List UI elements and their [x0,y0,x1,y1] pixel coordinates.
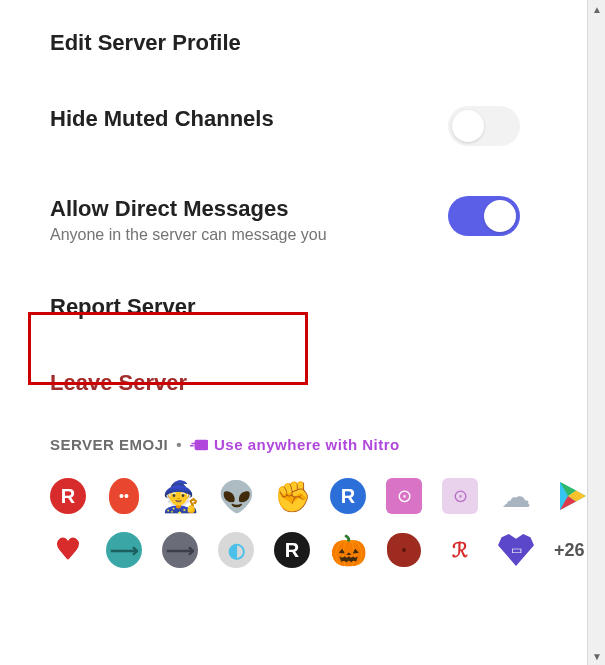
emoji-raised-fist[interactable]: ✊ [274,478,310,514]
nitro-icon [190,438,208,452]
hide-muted-toggle[interactable] [448,106,520,146]
emoji-pixel-heart[interactable]: ♥ [50,532,86,568]
emoji-r-cursive-red[interactable]: ℛ [442,532,478,568]
emoji-nitro-pink-square[interactable]: ⊙ [386,478,422,514]
pumpkin-icon: 🎃 [330,533,367,568]
leave-server-label: Leave Server [50,370,187,396]
separator-dot: • [176,436,182,453]
report-server-label: Report Server [50,294,196,320]
allow-dm-toggle[interactable] [448,196,520,236]
r-blue-circle-icon: R [330,478,366,514]
emoji-nitro-gray-circle[interactable]: ⟶ [162,532,198,568]
emoji-r-black-circle[interactable]: R [274,532,310,568]
scrollbar-track[interactable] [591,18,602,647]
hide-muted-channels-label: Hide Muted Channels [50,106,274,132]
edit-server-profile-label: Edit Server Profile [50,30,241,56]
q-halo-gray-icon: ◐ [218,532,254,568]
emoji-r-blue-circle[interactable]: R [330,478,366,514]
play-triangle-icon [554,478,590,514]
red-blob-dark-icon: • [387,533,421,567]
emoji-nitro-light-square[interactable]: ⊙ [442,478,478,514]
nitro-light-square-icon: ⊙ [442,478,478,514]
emoji-q-halo-gray[interactable]: ◐ [218,532,254,568]
edit-server-profile-item[interactable]: Edit Server Profile [50,30,560,56]
pixel-heart-icon: ♥ [50,534,86,566]
allow-dm-item[interactable]: Allow Direct Messages Anyone in the serv… [50,196,560,244]
nitro-gray-circle-icon: ⟶ [162,532,198,568]
emoji-purple-cassette[interactable]: ▭ [498,532,534,568]
emoji-red-blob-dark[interactable]: • [386,532,422,568]
report-server-item[interactable]: Report Server [50,294,560,320]
scroll-up-arrow-icon[interactable]: ▲ [588,0,605,18]
emoji-pumpkin[interactable]: 🎃 [330,532,366,568]
nitro-promo[interactable]: Use anywhere with Nitro [190,436,400,453]
svg-point-0 [199,442,204,447]
emoji-grid: R••🧙👽✊R⊙⊙☁ ♥⟶⟶◐R🎃•ℛ▭+26 [50,478,560,568]
emoji-alien-green[interactable]: 👽 [218,478,254,514]
emoji-more-count[interactable]: +26 [554,540,585,561]
toggle-thumb [452,110,484,142]
r-black-circle-icon: R [274,532,310,568]
r-cursive-red-icon: ℛ [442,532,478,568]
emoji-cloud-creature[interactable]: ☁ [498,478,534,514]
emoji-row: ♥⟶⟶◐R🎃•ℛ▭+26 [50,532,560,568]
red-blob-face-icon: •• [109,478,139,514]
hide-muted-channels-item[interactable]: Hide Muted Channels [50,106,560,146]
emoji-row: R••🧙👽✊R⊙⊙☁ [50,478,560,514]
toggle-thumb [484,200,516,232]
cloud-creature-icon: ☁ [501,479,531,514]
purple-cassette-icon: ▭ [498,534,534,566]
emoji-play-triangle[interactable] [554,478,590,514]
allow-dm-label: Allow Direct Messages [50,196,327,222]
leave-server-item[interactable]: Leave Server [50,370,560,396]
nitro-promo-text: Use anywhere with Nitro [214,436,400,453]
emoji-r-white-on-red[interactable]: R [50,478,86,514]
emoji-wizard-purple[interactable]: 🧙 [162,478,198,514]
server-emoji-section: SERVER EMOJI • Use anywhere with Nitro R… [50,436,560,568]
nitro-pink-square-icon: ⊙ [386,478,422,514]
scrollbar[interactable]: ▲ ▼ [587,0,605,665]
server-emoji-heading: SERVER EMOJI [50,436,168,453]
scroll-down-arrow-icon[interactable]: ▼ [588,647,605,665]
allow-dm-subtitle: Anyone in the server can message you [50,226,327,244]
raised-fist-icon: ✊ [274,479,311,514]
alien-green-icon: 👽 [218,479,255,514]
emoji-red-blob-face[interactable]: •• [106,478,142,514]
r-white-on-red-icon: R [50,478,86,514]
wizard-purple-icon: 🧙 [162,479,199,514]
server-emoji-header: SERVER EMOJI • Use anywhere with Nitro [50,436,560,453]
emoji-nitro-teal-circle[interactable]: ⟶ [106,532,142,568]
nitro-teal-circle-icon: ⟶ [106,532,142,568]
